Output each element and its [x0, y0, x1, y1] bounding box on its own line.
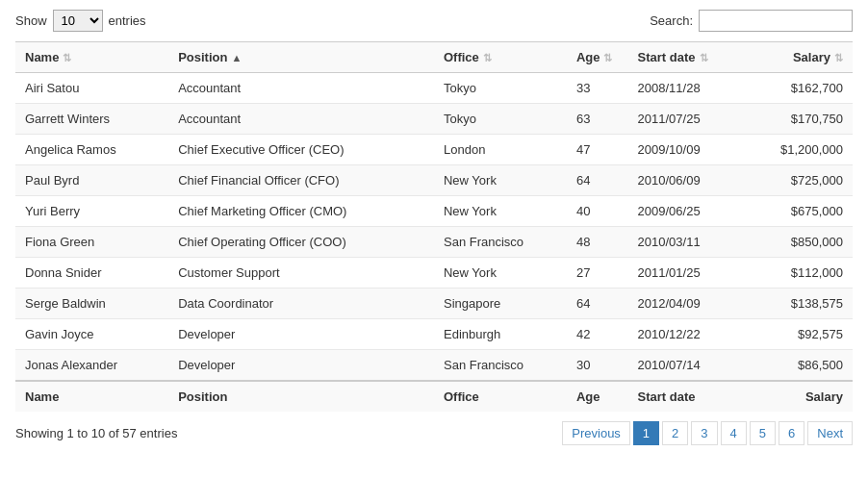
table-row[interactable]: Jonas Alexander Developer San Francisco …	[15, 350, 853, 382]
cell-name: Gavin Joyce	[15, 319, 168, 350]
pagination-page-1[interactable]: 1	[633, 421, 659, 445]
search-input[interactable]	[699, 10, 853, 32]
entries-label: entries	[109, 13, 146, 28]
pagination-page-3[interactable]: 3	[691, 421, 717, 445]
cell-startdate: 2010/12/22	[628, 319, 751, 350]
header-row: Name Position Office Age Start date Sala…	[15, 42, 853, 73]
cell-name: Jonas Alexander	[15, 350, 168, 382]
cell-position: Accountant	[168, 73, 434, 104]
col-header-position[interactable]: Position	[168, 42, 434, 73]
cell-age: 64	[567, 289, 628, 319]
foot-col-office: Office	[434, 381, 567, 412]
sort-icon-name	[63, 52, 71, 64]
cell-office: San Francisco	[434, 227, 567, 258]
table-row[interactable]: Angelica Ramos Chief Executive Officer (…	[15, 135, 853, 165]
footer-row: Name Position Office Age Start date Sala…	[15, 381, 853, 412]
cell-startdate: 2010/03/11	[628, 227, 751, 258]
cell-salary: $850,000	[751, 227, 853, 258]
foot-col-salary: Salary	[751, 381, 853, 412]
table-row[interactable]: Airi Satou Accountant Tokyo 33 2008/11/2…	[15, 73, 853, 104]
pagination: Previous123456Next	[562, 421, 853, 445]
cell-salary: $162,700	[751, 73, 853, 104]
table-head: Name Position Office Age Start date Sala…	[15, 42, 853, 73]
table-row[interactable]: Serge Baldwin Data Coordinator Singapore…	[15, 289, 853, 319]
table-row[interactable]: Gavin Joyce Developer Edinburgh 42 2010/…	[15, 319, 853, 350]
table-body: Airi Satou Accountant Tokyo 33 2008/11/2…	[15, 73, 853, 382]
show-entries-control: Show 102550100 entries	[15, 10, 146, 32]
top-controls: Show 102550100 entries Search:	[15, 10, 853, 32]
cell-salary: $138,575	[751, 289, 853, 319]
col-header-name[interactable]: Name	[15, 42, 168, 73]
cell-office: Singapore	[434, 289, 567, 319]
table-row[interactable]: Yuri Berry Chief Marketing Officer (CMO)…	[15, 196, 853, 227]
cell-salary: $675,000	[751, 196, 853, 227]
cell-position: Customer Support	[168, 258, 434, 289]
cell-name: Garrett Winters	[15, 104, 168, 135]
cell-age: 42	[567, 319, 628, 350]
cell-salary: $170,750	[751, 104, 853, 135]
cell-salary: $86,500	[751, 350, 853, 382]
sort-icon-startdate	[700, 52, 708, 64]
cell-startdate: 2009/06/25	[628, 196, 751, 227]
search-box: Search:	[650, 10, 853, 32]
cell-startdate: 2010/06/09	[628, 165, 751, 196]
table-row[interactable]: Fiona Green Chief Operating Officer (COO…	[15, 227, 853, 258]
cell-name: Fiona Green	[15, 227, 168, 258]
cell-office: London	[434, 135, 567, 165]
foot-col-name: Name	[15, 381, 168, 412]
cell-position: Developer	[168, 350, 434, 382]
cell-position: Chief Financial Officer (CFO)	[168, 165, 434, 196]
col-header-age[interactable]: Age	[567, 42, 628, 73]
cell-position: Developer	[168, 319, 434, 350]
cell-salary: $92,575	[751, 319, 853, 350]
cell-age: 64	[567, 165, 628, 196]
cell-startdate: 2008/11/28	[628, 73, 751, 104]
table-row[interactable]: Paul Byrd Chief Financial Officer (CFO) …	[15, 165, 853, 196]
col-header-startdate[interactable]: Start date	[628, 42, 751, 73]
cell-startdate: 2011/07/25	[628, 104, 751, 135]
cell-position: Chief Marketing Officer (CMO)	[168, 196, 434, 227]
cell-age: 33	[567, 73, 628, 104]
col-header-office[interactable]: Office	[434, 42, 567, 73]
table-row[interactable]: Garrett Winters Accountant Tokyo 63 2011…	[15, 104, 853, 135]
cell-name: Angelica Ramos	[15, 135, 168, 165]
show-label: Show	[15, 13, 47, 28]
pagination-page-5[interactable]: 5	[750, 421, 776, 445]
showing-text: Showing 1 to 10 of 57 entries	[15, 426, 177, 440]
pagination-page-6[interactable]: 6	[779, 421, 804, 445]
pagination-page-4[interactable]: 4	[721, 421, 747, 445]
cell-position: Data Coordinator	[168, 289, 434, 319]
pagination-previous[interactable]: Previous	[562, 421, 630, 445]
cell-position: Accountant	[168, 104, 434, 135]
cell-startdate: 2012/04/09	[628, 289, 751, 319]
cell-startdate: 2011/01/25	[628, 258, 751, 289]
cell-name: Donna Snider	[15, 258, 168, 289]
sort-icon-age	[603, 52, 612, 64]
pagination-next[interactable]: Next	[807, 421, 853, 445]
cell-age: 30	[567, 350, 628, 382]
cell-salary: $725,000	[751, 165, 853, 196]
pagination-page-2[interactable]: 2	[662, 421, 688, 445]
cell-salary: $112,000	[751, 258, 853, 289]
table-foot: Name Position Office Age Start date Sala…	[15, 381, 853, 412]
cell-office: Tokyo	[434, 73, 567, 104]
cell-age: 40	[567, 196, 628, 227]
cell-office: New York	[434, 165, 567, 196]
sort-icon-position	[231, 52, 242, 63]
cell-age: 48	[567, 227, 628, 258]
col-header-salary[interactable]: Salary	[751, 42, 853, 73]
cell-name: Serge Baldwin	[15, 289, 168, 319]
cell-name: Paul Byrd	[15, 165, 168, 196]
foot-col-position: Position	[168, 381, 434, 412]
cell-age: 63	[567, 104, 628, 135]
entries-select[interactable]: 102550100	[53, 10, 103, 32]
search-label: Search:	[650, 13, 693, 28]
cell-office: Edinburgh	[434, 319, 567, 350]
cell-startdate: 2010/07/14	[628, 350, 751, 382]
cell-startdate: 2009/10/09	[628, 135, 751, 165]
cell-age: 47	[567, 135, 628, 165]
cell-position: Chief Executive Officer (CEO)	[168, 135, 434, 165]
sort-icon-office	[483, 52, 492, 64]
data-table: Name Position Office Age Start date Sala…	[15, 41, 853, 412]
table-row[interactable]: Donna Snider Customer Support New York 2…	[15, 258, 853, 289]
